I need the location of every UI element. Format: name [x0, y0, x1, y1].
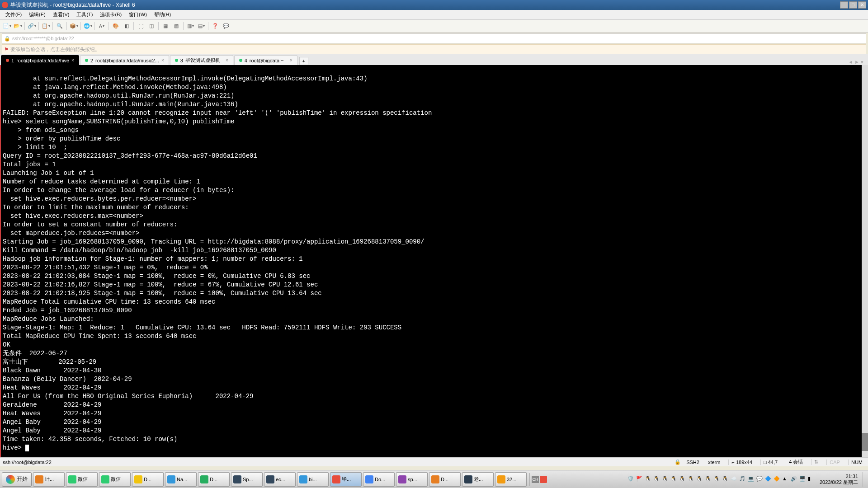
tray-qq6-icon[interactable]: 🐧 [688, 476, 695, 483]
color-icon[interactable]: 🎨 [112, 22, 120, 30]
tray-app2-icon[interactable]: 🔶 [774, 476, 781, 483]
tray-shield-icon[interactable]: 🛡️ [627, 476, 635, 483]
taskbar-clock[interactable]: 21:31 2023/8/22 星期二 [817, 474, 861, 485]
tray-qq2-icon[interactable]: 🐧 [653, 476, 660, 483]
scrollbar[interactable] [862, 65, 868, 457]
tray-net-icon[interactable]: 💻 [748, 476, 755, 483]
layout2-icon[interactable]: ▨ [172, 22, 180, 30]
menu-tools[interactable]: 工具(T) [74, 10, 95, 19]
fullscreen-icon[interactable]: ⛶ [137, 22, 145, 30]
address-bar[interactable]: 🔒 ssh://root:******@bigdata:22 [2, 33, 866, 43]
show-desktop-button[interactable] [863, 472, 866, 487]
tray-qq10-icon[interactable]: 🐧 [722, 476, 729, 483]
separator [52, 22, 53, 30]
tab-number: 2 [90, 58, 93, 63]
tile-icon[interactable]: ▥ [186, 22, 194, 30]
taskbar-item-0[interactable]: 计... [33, 472, 65, 487]
status-updown-icon[interactable]: ⇅ [811, 459, 821, 465]
globe-icon[interactable]: 🌐 [84, 22, 92, 30]
tab-close-icon[interactable]: × [290, 58, 292, 63]
taskbar-item-5[interactable]: D... [198, 472, 230, 487]
info-icon[interactable]: 💬 [222, 22, 230, 30]
taskbar-item-2[interactable]: 微信 [99, 472, 131, 487]
taskbar-item-14[interactable]: 32... [495, 472, 527, 487]
session-tab-2[interactable]: 2root@bigdata:/data/music2...× [80, 55, 169, 65]
tray-expand-icon[interactable]: ▲ [782, 476, 789, 483]
taskbar-item-4[interactable]: Na... [165, 472, 197, 487]
tab-prev-icon[interactable]: ◄ [848, 59, 853, 65]
taskbar-item-3[interactable]: D... [132, 472, 164, 487]
tray-qq8-icon[interactable]: 🐧 [705, 476, 712, 483]
session-tab-1[interactable]: 1root@bigdata:/data/hive× [1, 55, 79, 65]
task-label: sp... [408, 477, 417, 482]
taskbar-item-8[interactable]: bi... [297, 472, 329, 487]
menu-file[interactable]: 文件(F) [3, 10, 24, 19]
tray-qq3-icon[interactable]: 🐧 [662, 476, 669, 483]
session-tab-3[interactable]: 3毕设测试虚拟机× [170, 55, 233, 65]
taskbar-item-13[interactable]: 老... [462, 472, 494, 487]
copy-icon[interactable]: 📋 [42, 22, 50, 30]
tab-close-icon[interactable]: × [161, 58, 164, 63]
new-session-icon[interactable]: 📄 [3, 22, 11, 30]
tray-qq9-icon[interactable]: 🐧 [713, 476, 721, 483]
tray-battery-icon[interactable]: ▮ [808, 476, 815, 483]
tab-list-icon[interactable]: ▾ [861, 59, 863, 65]
taskbar-item-10[interactable]: Do... [363, 472, 395, 487]
start-button[interactable]: 开始 [2, 472, 32, 487]
menu-help[interactable]: 帮助(H) [151, 10, 174, 19]
scrollbar-thumb[interactable] [862, 433, 868, 451]
tray-qq5-icon[interactable]: 🐧 [679, 476, 686, 483]
status-pos: □ 44,7 [760, 460, 780, 465]
maximize-button[interactable]: □ [849, 1, 857, 9]
lang-ch-icon[interactable]: CH [532, 476, 539, 483]
tray-flag-icon[interactable]: 🚩 [636, 476, 643, 483]
open-icon[interactable]: 📂 [14, 22, 22, 30]
taskbar-item-9[interactable]: 毕... [330, 472, 362, 487]
layout1-icon[interactable]: ▦ [161, 22, 170, 30]
add-tab-button[interactable]: + [299, 57, 308, 65]
tray-cloud-icon[interactable]: ☁️ [731, 476, 738, 483]
tab-next-icon[interactable]: ► [854, 59, 859, 65]
ime-icon[interactable] [540, 476, 547, 483]
status-ssh: SSH2 [686, 460, 699, 465]
taskbar-item-6[interactable]: Sp... [231, 472, 263, 487]
status-ssh-icon: 🔒 [675, 459, 681, 465]
taskbar-item-11[interactable]: sp... [396, 472, 428, 487]
font-icon[interactable]: A [98, 22, 106, 30]
taskbar-item-7[interactable]: ec... [264, 472, 296, 487]
search-icon[interactable]: 🔍 [56, 22, 64, 30]
session-tab-4[interactable]: 4root@bigdata:~× [234, 55, 297, 65]
transfer-icon[interactable]: 📦 [70, 22, 78, 30]
menu-tabs[interactable]: 选项卡(B) [97, 10, 124, 19]
tray-music-icon[interactable]: 🎵 [739, 476, 746, 483]
separator [133, 22, 134, 30]
menu-view[interactable]: 查看(V) [50, 10, 72, 19]
close-button[interactable]: ✕ [858, 1, 866, 9]
taskbar-item-1[interactable]: 微信 [66, 472, 98, 487]
tray-qq1-icon[interactable]: 🐧 [645, 476, 652, 483]
taskbar-item-12[interactable]: D... [429, 472, 461, 487]
menu-edit[interactable]: 编辑(E) [26, 10, 48, 19]
transparent-icon[interactable]: ◫ [147, 22, 156, 30]
highlight-icon[interactable]: ◧ [123, 22, 131, 30]
app-icon [167, 475, 175, 483]
terminal[interactable]: at sun.reflect.DelegatingMethodAccessorI… [0, 65, 868, 457]
tray-app1-icon[interactable]: 🔷 [765, 476, 772, 483]
clock-time: 21:31 [820, 474, 858, 479]
tray-qq7-icon[interactable]: 🐧 [696, 476, 703, 483]
tab-label: root@bigdata:/data/music2... [95, 58, 159, 63]
reconnect-icon[interactable]: 🔗 [28, 22, 36, 30]
menu-window[interactable]: 窗口(W) [126, 10, 150, 19]
tab-close-icon[interactable]: × [71, 58, 74, 63]
tray-volume-icon[interactable]: 🔊 [791, 476, 798, 483]
task-label: D... [210, 477, 217, 482]
cascade-icon[interactable]: ▤ [197, 22, 205, 30]
status-dot-icon [175, 59, 178, 62]
help-icon[interactable]: ❓ [211, 22, 219, 30]
tray-qq4-icon[interactable]: 🐧 [670, 476, 678, 483]
separator [158, 22, 159, 30]
tray-network-icon[interactable]: 🖥️ [799, 476, 807, 483]
tab-close-icon[interactable]: × [226, 58, 228, 63]
tray-wechat-icon[interactable]: 💬 [756, 476, 764, 483]
minimize-button[interactable]: _ [840, 1, 848, 9]
